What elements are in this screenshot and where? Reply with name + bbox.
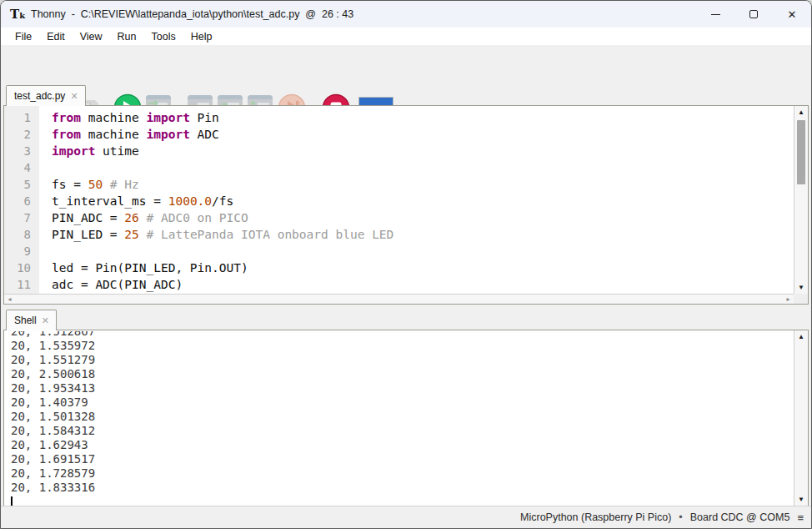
line-number: 10 — [4, 261, 38, 278]
menu-view[interactable]: View — [73, 29, 110, 44]
editor-tab-label: test_adc.py — [14, 90, 65, 102]
menu-tools[interactable]: Tools — [144, 29, 183, 44]
shell-tab-close-icon[interactable]: ✕ — [42, 315, 49, 325]
code-editor[interactable]: 1234567891011 from machine import Pinfro… — [4, 106, 794, 294]
editor-vertical-scrollbar[interactable]: ▲ ▼ — [794, 106, 808, 294]
shell-panel: 20, 1.512867 20, 1.53597220, 1.55127920,… — [3, 330, 809, 506]
line-number: 6 — [4, 194, 38, 211]
scrollbar-corner — [794, 294, 808, 304]
line-number: 3 — [4, 144, 38, 161]
scroll-up-icon[interactable]: ▲ — [794, 106, 808, 118]
code-line[interactable]: adc = ADC(PIN_ADC) — [52, 278, 794, 294]
minimize-button[interactable] — [696, 1, 734, 28]
code-line[interactable]: PIN_LED = 25 # LattePanda IOTA onboard b… — [52, 228, 794, 244]
shell-output-line: 20, 1.551279 — [11, 353, 794, 367]
line-number: 8 — [4, 228, 38, 244]
title-bar[interactable]: Tk Thonny - C:\REVIEW\lattepanda_iota\py… — [1, 1, 811, 28]
line-number-gutter: 1234567891011 — [4, 106, 39, 294]
status-separator: • — [679, 511, 682, 523]
interpreter-status[interactable]: MicroPython (Raspberry Pi Pico) — [520, 511, 671, 523]
line-number: 4 — [4, 161, 38, 178]
code-line[interactable]: PIN_ADC = 26 # ADC0 on PICO — [52, 211, 794, 228]
menu-file[interactable]: File — [8, 29, 39, 44]
shell-output-line: 20, 1.62943 — [11, 438, 794, 452]
menu-run[interactable]: Run — [110, 29, 144, 44]
code-line[interactable]: import utime — [52, 144, 794, 161]
shell-output-line: 20, 1.584312 — [11, 424, 794, 438]
port-status[interactable]: Board CDC @ COM5 — [690, 511, 790, 523]
line-number: 5 — [4, 178, 38, 194]
line-number: 2 — [4, 128, 38, 144]
maximize-icon — [749, 10, 758, 18]
shell-clipped-line: 20, 1.512867 — [11, 331, 794, 339]
code-line[interactable]: from machine import Pin — [52, 111, 794, 128]
code-line[interactable] — [52, 244, 794, 261]
scroll-down-icon[interactable]: ▼ — [794, 493, 808, 506]
shell-tab-label: Shell — [14, 315, 37, 326]
code-line[interactable]: fs = 50 # Hz — [52, 178, 794, 194]
scroll-down-icon[interactable]: ▼ — [794, 281, 808, 294]
close-button[interactable]: ✕ — [773, 1, 811, 28]
line-number: 7 — [4, 211, 38, 228]
shell-output-line: 20, 2.500618 — [11, 367, 794, 381]
backend-menu-icon[interactable]: ≡ — [797, 511, 804, 524]
shell-output[interactable]: 20, 1.512867 20, 1.53597220, 1.55127920,… — [4, 330, 794, 506]
editor-panel: 1234567891011 from machine import Pinfro… — [3, 105, 809, 305]
menu-help[interactable]: Help — [183, 29, 220, 44]
menu-edit[interactable]: Edit — [39, 29, 73, 44]
shell-output-line: 20, 1.535972 — [11, 339, 794, 353]
menu-bar: FileEditViewRunToolsHelp — [1, 28, 811, 45]
line-number: 1 — [4, 111, 38, 128]
shell-caret — [11, 496, 13, 506]
code-line[interactable]: led = Pin(PIN_LED, Pin.OUT) — [52, 261, 794, 278]
shell-output-line: 20, 1.501328 — [11, 410, 794, 424]
shell-output-line: 20, 1.40379 — [11, 395, 794, 410]
tab-test-adc-py[interactable]: test_adc.py✕ — [6, 85, 86, 106]
shell-output-line: 20, 1.953413 — [11, 381, 794, 395]
shell-output-line: 20, 1.691517 — [11, 452, 794, 466]
editor-horizontal-scrollbar[interactable]: ◂ ▸ — [4, 294, 794, 304]
shell-output-line: 20, 1.833316 — [11, 481, 794, 495]
thonny-logo-icon: Tk — [10, 7, 25, 22]
window-title: Thonny - C:\REVIEW\lattepanda_iota\pytho… — [31, 1, 353, 28]
code-line[interactable] — [52, 161, 794, 178]
minimize-icon — [711, 14, 720, 15]
code-line[interactable]: t_interval_ms = 1000.0/fs — [52, 194, 794, 211]
line-number: 11 — [4, 278, 38, 294]
thonny-window: Tk Thonny - C:\REVIEW\lattepanda_iota\py… — [0, 0, 812, 529]
editor-scroll-thumb[interactable] — [797, 120, 805, 184]
shell-vertical-scrollbar[interactable]: ▲ ▼ — [794, 330, 808, 506]
editor-tab-close-icon[interactable]: ✕ — [70, 91, 78, 101]
shell-output-line: 20, 1.728579 — [11, 466, 794, 481]
scroll-left-icon[interactable]: ◂ — [4, 295, 15, 304]
close-icon: ✕ — [788, 9, 797, 20]
code-line[interactable]: from machine import ADC — [52, 128, 794, 144]
scroll-up-icon[interactable]: ▲ — [794, 330, 808, 343]
tab-shell[interactable]: Shell✕ — [6, 310, 57, 330]
line-number: 9 — [4, 244, 38, 261]
toolbar: ⇶ ↓ ↴ ⤴ — [1, 45, 811, 84]
status-bar: MicroPython (Raspberry Pi Pico) • Board … — [1, 506, 811, 528]
scroll-right-icon[interactable]: ▸ — [783, 295, 794, 304]
maximize-button[interactable] — [734, 1, 773, 28]
